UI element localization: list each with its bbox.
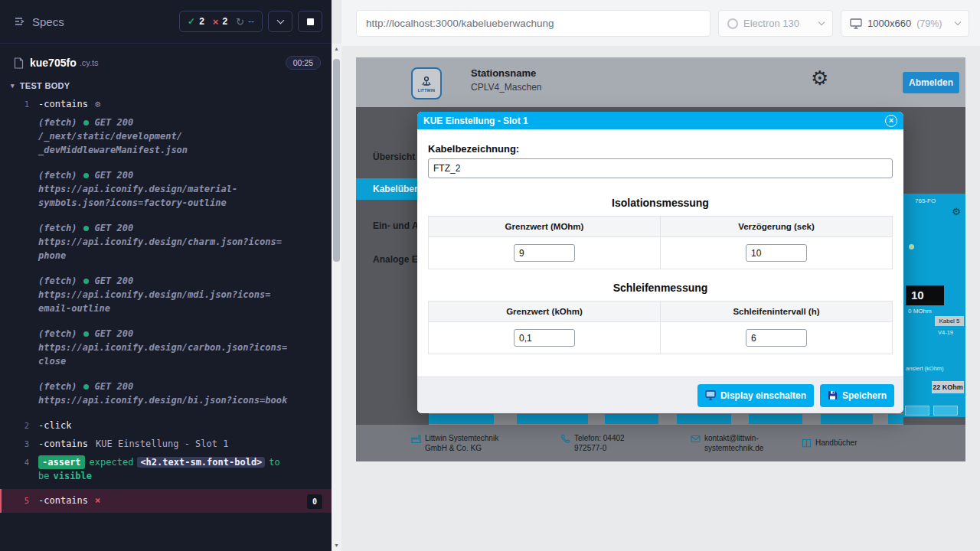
fetch-url: https://api.iconify.design/bi.json?icons…	[38, 393, 301, 407]
command-name: contains	[38, 495, 88, 506]
footer-manuals[interactable]: Handbücher	[802, 438, 857, 448]
nav-item-ein-ausgaenge[interactable]: Ein- und Au	[373, 220, 424, 231]
status-dot-icon	[83, 384, 89, 390]
scroll-up-icon[interactable]: ▲	[332, 44, 341, 54]
line-number	[0, 274, 38, 315]
command-argument: KUE Einstellung - Slot 1	[96, 439, 228, 449]
footer-phone[interactable]: Telefon: 04402 972577-0	[560, 433, 648, 453]
collapse-button[interactable]	[268, 11, 292, 32]
nav-item-uebersicht[interactable]: Übersicht	[373, 152, 415, 162]
background-fragment	[749, 414, 802, 424]
column-header: Schleifenintervall (h)	[661, 302, 893, 322]
background-fragment	[821, 414, 873, 424]
station-name: CPLV4_Maschen	[471, 82, 542, 93]
assert-row[interactable]: 4 assertexpected<h2.text-sm.font-bold>to…	[0, 453, 332, 485]
logout-button[interactable]: Abmelden	[903, 72, 959, 93]
cable-sub-label: V4-19	[938, 329, 953, 336]
reporter-controls: ✓2 ×2 ↻--	[179, 11, 322, 32]
fetch-url: https://api.iconify.design/carbon.json?i…	[38, 341, 301, 368]
isolation-table: Grenzwert (MOhm) Verzögerung (sek)	[428, 216, 893, 269]
logo-mark-icon	[420, 75, 433, 87]
company-logo: LITTWIN	[411, 67, 442, 99]
stop-button[interactable]	[298, 11, 322, 32]
network-log-row[interactable]: (fetch)GET 200 /_next/static/development…	[0, 113, 332, 159]
background-fragment	[517, 414, 588, 424]
command-name: contains	[38, 99, 88, 109]
line-number	[0, 327, 38, 368]
isolation-delay-input[interactable]	[746, 244, 807, 262]
specs-menu-icon	[14, 15, 26, 28]
aut-panel: http://localhost:3000/kabelueberwachung …	[341, 0, 980, 551]
network-log-row[interactable]: (fetch)GET 200 https://api.iconify.desig…	[0, 166, 332, 212]
modal-footer: Display einschalten Speichern	[417, 377, 903, 413]
network-log-row[interactable]: (fetch)GET 200 https://api.iconify.desig…	[0, 324, 332, 370]
footer-email[interactable]: kontakt@littwin-systemtechnik.de	[691, 433, 760, 453]
assert-badge: assert	[38, 455, 85, 469]
scroll-down-icon[interactable]: ▼	[332, 540, 341, 551]
status-dot-icon	[83, 226, 89, 231]
loop-interval-input[interactable]	[746, 329, 807, 347]
display-on-button[interactable]: Display einschalten	[697, 384, 814, 407]
spec-file[interactable]: kue705fo .cy.ts 00:25	[0, 44, 332, 74]
spec-timer: 00:25	[286, 56, 321, 70]
browser-name: Electron 130	[743, 18, 799, 29]
settings-gear-icon[interactable]: ⚙	[811, 67, 828, 90]
measurement-unit: 0 MOhm	[908, 308, 932, 315]
cable-name-label: Kabelbezeichnung:	[428, 143, 893, 155]
isolation-limit-input[interactable]	[514, 244, 575, 262]
url-input[interactable]: http://localhost:3000/kabelueberwachung	[356, 10, 710, 37]
nav-item-analoge-eingaenge[interactable]: Analoge Ei	[373, 254, 420, 265]
scrollbar[interactable]: ▲ ▼	[332, 44, 341, 551]
line-number: 3	[0, 437, 38, 451]
passed-stat: ✓2	[188, 16, 204, 27]
cable-name-input[interactable]	[428, 158, 893, 178]
aut-stage: LITTWIN Stationsname CPLV4_Maschen ⚙ Abm…	[341, 46, 980, 551]
app-header: LITTWIN Stationsname CPLV4_Maschen ⚙ Abm…	[356, 57, 965, 107]
test-stats[interactable]: ✓2 ×2 ↻--	[179, 11, 263, 32]
column-header: Grenzwert (kOhm)	[429, 302, 661, 322]
specs-label: Specs	[32, 15, 64, 28]
display-on-label: Display einschalten	[720, 390, 806, 401]
cross-icon: ×	[213, 16, 219, 28]
nav-item-kabelueberwachung[interactable]: Kabelüberw	[356, 178, 419, 200]
loop-limit-input[interactable]	[514, 329, 575, 347]
stop-icon	[307, 18, 314, 25]
specs-menu[interactable]: Specs	[14, 15, 64, 28]
measurement-value: 10	[906, 285, 944, 305]
chevron-down-icon	[955, 19, 961, 25]
fetch-url: https://api.iconify.design/charm.json?ic…	[38, 235, 301, 262]
monitor-icon	[850, 18, 862, 29]
display-icon	[705, 390, 716, 400]
failed-command-row[interactable]: 5 contains× 0	[0, 489, 332, 513]
browser-select[interactable]: Electron 130	[718, 10, 833, 37]
viewport-select[interactable]: 1000x660 (79%)	[841, 10, 969, 37]
command-row[interactable]: 3 containsKUE Einstellung - Slot 1	[0, 435, 332, 453]
command-name: contains	[38, 439, 88, 449]
footer-company[interactable]: Littwin Systemtechnik GmbH & Co. KG	[411, 433, 518, 453]
network-log-row[interactable]: (fetch)GET 200 https://api.iconify.desig…	[0, 377, 332, 409]
fetch-url: https://api.iconify.design/material-symb…	[38, 182, 301, 210]
factory-icon	[411, 434, 421, 444]
fetch-status: GET 200	[95, 380, 134, 393]
loop-table: Grenzwert (kOhm) Schleifenintervall (h)	[428, 301, 893, 354]
scrollbar-thumb[interactable]	[333, 59, 340, 262]
fetch-status: GET 200	[95, 116, 134, 129]
fetch-status: GET 200	[95, 274, 134, 288]
status-dot-icon	[909, 244, 914, 249]
line-number	[0, 380, 38, 407]
status-dot-icon	[83, 279, 89, 284]
test-body-section[interactable]: ▾ TEST BODY	[0, 74, 332, 95]
fetch-label: (fetch)	[38, 168, 77, 182]
command-row[interactable]: 1 contains⚙	[0, 95, 332, 113]
close-icon[interactable]: ×	[885, 115, 897, 127]
background-slot-card: 765-FO ⚙ 10 0 MOhm Kabel 5 V4-19 ansiert…	[903, 194, 965, 417]
command-row[interactable]: 2 click	[0, 416, 332, 435]
network-log-row[interactable]: (fetch)GET 200 https://api.iconify.desig…	[0, 219, 332, 265]
command-log: 1 contains⚙ (fetch)GET 200 /_next/static…	[0, 95, 332, 513]
loop-label: ansiert (kOhm)	[906, 365, 944, 372]
loop-value-chip: 22 KOhm	[932, 381, 964, 393]
background-fragment	[888, 414, 903, 424]
network-log-row[interactable]: (fetch)GET 200 https://api.iconify.desig…	[0, 272, 332, 318]
background-fragment	[905, 406, 929, 416]
save-button[interactable]: Speichern	[820, 384, 894, 407]
